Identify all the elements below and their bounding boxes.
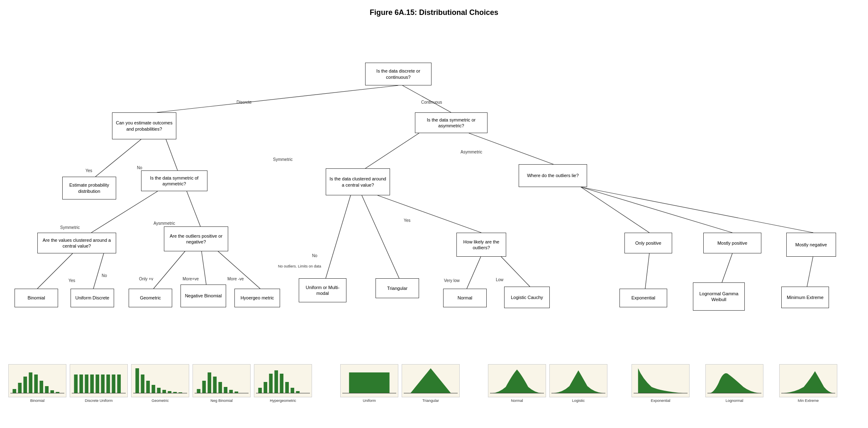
svg-line-10 [581, 187, 649, 233]
svg-rect-37 [90, 374, 94, 393]
label-aysmmetric: Aysmmetric [154, 221, 175, 226]
node-symmetric-left: Is the data symmetric of aymmetric? [141, 170, 207, 191]
svg-line-19 [500, 255, 530, 287]
label-no-outliers: No outliers. Limits on data [278, 264, 321, 268]
dist-chart-hypergeometric [254, 364, 312, 397]
page-container: Figure 6A.15: Distributional Choices [0, 0, 868, 407]
dist-geometric: Geometric [131, 364, 189, 403]
node-hypergeometric: Hyoergeo metric [234, 289, 280, 307]
dist-binomial: Binomial [8, 364, 66, 403]
node-normal: Normal [443, 289, 487, 307]
label-continuous: Continuous [421, 100, 442, 105]
svg-marker-74 [410, 368, 451, 393]
label-more-nve: More -ve [227, 277, 244, 281]
node-binomial: Binomial [15, 289, 58, 307]
svg-rect-45 [141, 374, 144, 393]
page-title: Figure 6A.15: Distributional Choices [4, 8, 864, 17]
svg-rect-64 [263, 382, 267, 393]
dist-chart-binomial [8, 364, 66, 397]
svg-line-23 [807, 255, 813, 287]
node-mostly-negative: Mostly negative [786, 233, 836, 257]
dist-logistic: Logistic [549, 364, 607, 403]
label-more-pve: More+ve [183, 277, 199, 281]
node-outliers-left: Are the outliers positive or negative? [164, 226, 228, 251]
svg-line-18 [467, 255, 481, 289]
label-very-low: Very low [444, 278, 460, 283]
label-low: Low [496, 277, 503, 282]
svg-rect-63 [258, 388, 262, 393]
svg-rect-58 [218, 382, 222, 393]
svg-rect-68 [285, 382, 289, 393]
svg-line-15 [154, 249, 187, 289]
svg-line-9 [378, 195, 481, 233]
node-symmetric-main: Is the data clustered around a central v… [326, 168, 390, 195]
svg-line-1 [402, 85, 451, 112]
svg-rect-61 [234, 392, 238, 393]
node-lognormal: Lognormal Gamma Weibull [693, 282, 745, 311]
node-outliers-q: Where do the outliers lie? [519, 164, 587, 187]
svg-rect-56 [207, 372, 211, 393]
svg-rect-54 [197, 389, 200, 393]
label-yes-3: Yes [68, 278, 75, 283]
svg-rect-42 [117, 374, 121, 393]
node-uniform-multi: Uniform or Multi- modal [299, 278, 346, 302]
node-geometric: Geometric [129, 289, 172, 307]
label-no-3: No [102, 273, 107, 278]
node-triangular: Triangular [375, 278, 419, 298]
dist-chart-min-extreme [779, 364, 837, 397]
diagram-area: Is the data discrete or continuous? Can … [4, 29, 863, 403]
node-root: Is the data discrete or continuous? [365, 63, 432, 85]
svg-rect-57 [213, 377, 217, 393]
node-logistic-cauchy: Logistic Cauchy [504, 287, 550, 308]
svg-rect-49 [162, 390, 166, 393]
svg-rect-72 [349, 372, 390, 393]
dist-uniform: Uniform [340, 364, 398, 403]
svg-rect-27 [29, 372, 32, 393]
svg-rect-28 [34, 374, 38, 393]
svg-rect-39 [101, 374, 105, 393]
svg-line-8 [326, 195, 351, 278]
node-exponential: Exponential [619, 289, 667, 307]
dist-chart-lognormal [705, 364, 763, 397]
svg-rect-67 [280, 374, 283, 393]
dist-chart-geometric [131, 364, 189, 397]
dist-chart-uniform [340, 364, 398, 397]
label-symmetric-2: Symmetric [60, 225, 80, 230]
svg-rect-59 [224, 387, 227, 393]
svg-line-21 [645, 253, 649, 289]
node-min-extreme: Minimum Extreme [781, 287, 829, 308]
svg-rect-65 [269, 374, 273, 393]
svg-rect-34 [74, 374, 78, 393]
label-symmetric-1: Symmetric [273, 157, 293, 162]
dist-neg-binomial: Neg Binomial [193, 364, 251, 403]
node-only-positive: Only positive [624, 233, 672, 253]
svg-line-22 [722, 253, 732, 282]
node-neg-binomial: Negative Binomial [180, 285, 226, 307]
dist-discrete-uniform: Discrete Uniform [70, 364, 128, 403]
svg-rect-24 [12, 389, 16, 393]
node-uniform-discrete: Uniform Discrete [71, 289, 114, 307]
svg-line-7 [187, 191, 200, 226]
svg-rect-44 [135, 368, 139, 393]
svg-rect-69 [290, 388, 294, 393]
svg-rect-41 [112, 374, 115, 393]
svg-line-2 [95, 139, 141, 177]
connector-lines [4, 29, 863, 403]
svg-line-11 [581, 187, 732, 233]
dist-exponential: Exponential [631, 364, 690, 403]
dist-chart-triangular [402, 364, 460, 397]
dist-chart-logistic [549, 364, 607, 397]
svg-rect-50 [168, 391, 171, 393]
svg-line-14 [93, 253, 104, 289]
dist-lognormal: Lognormal [705, 364, 763, 403]
svg-line-0 [157, 85, 398, 112]
node-mostly-positive: Mostly positive [703, 233, 761, 253]
svg-rect-70 [296, 391, 300, 393]
node-estimate-dist: Estimate probability distribution [62, 177, 116, 199]
label-yes-1: Yes [85, 168, 92, 173]
svg-rect-38 [95, 374, 99, 393]
node-how-likely: How likely are the outliers? [456, 233, 506, 257]
svg-line-13 [37, 253, 73, 289]
svg-rect-66 [274, 370, 278, 393]
svg-line-17 [216, 249, 260, 289]
